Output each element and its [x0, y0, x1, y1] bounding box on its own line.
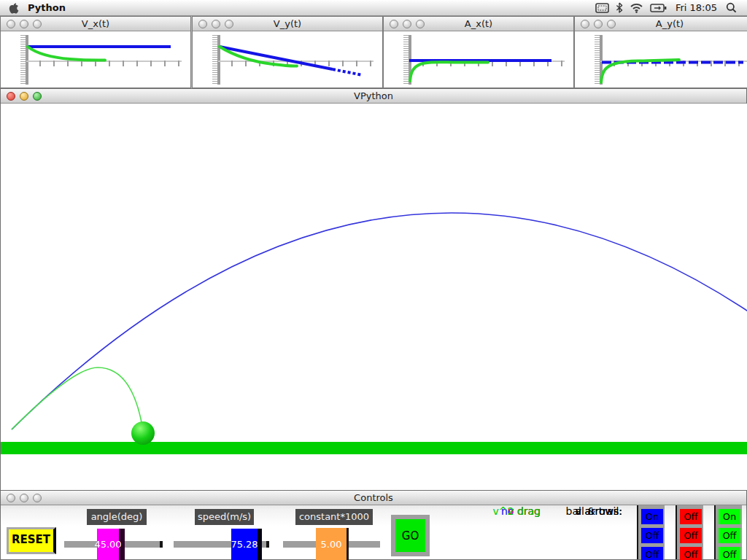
apple-menu[interactable] — [9, 2, 20, 14]
no-drag-a-arrows-toggle[interactable]: Off — [641, 547, 663, 560]
display-icon[interactable] — [595, 3, 609, 13]
v2-drag-a-arrows-toggle[interactable]: Off — [719, 547, 740, 560]
window-vx-titlebar[interactable]: V_x(t) — [1, 17, 190, 31]
wifi-icon[interactable] — [630, 3, 643, 13]
menu-bar: Python Fri 18:05 — [0, 0, 747, 16]
vy-plot-area[interactable] — [193, 31, 382, 88]
angle-track-end — [160, 541, 163, 548]
window-title: A_x(t) — [384, 18, 573, 29]
v2-drag-ball-trail-toggle[interactable]: On — [719, 509, 740, 524]
angle-slider-handle[interactable]: 45.00 — [97, 529, 125, 560]
window-title: A_y(t) — [575, 18, 747, 29]
ax-plot-area[interactable] — [384, 31, 573, 88]
window-vpython: VPython — [0, 88, 747, 490]
search-icon[interactable] — [726, 2, 737, 13]
angle-slider-label: angle(deg) — [87, 509, 147, 525]
ay-plot-area[interactable] — [575, 31, 747, 88]
menu-clock[interactable]: Fri 18:05 — [673, 2, 719, 13]
v2-drag-toggle-column: On Off Off — [714, 505, 742, 559]
drag-trajectory — [12, 368, 143, 430]
v-drag-a-arrows-toggle[interactable]: Off — [680, 547, 702, 560]
window-ax: A_x(t) — [383, 16, 574, 88]
window-title: V_x(t) — [1, 18, 190, 29]
vy-curves — [193, 31, 382, 88]
v-drag-v-arrows-toggle[interactable]: Off — [680, 528, 702, 543]
ax-drag-curve — [410, 62, 488, 81]
no-drag-ball-trail-toggle[interactable]: On — [641, 509, 663, 524]
constant-slider-label: constant*1000 — [295, 509, 373, 525]
window-title: VPython — [1, 90, 746, 101]
window-ax-titlebar[interactable]: A_x(t) — [384, 17, 573, 31]
v2-drag-v-arrows-toggle[interactable]: Off — [719, 528, 740, 543]
active-app-menu[interactable]: Python — [28, 2, 66, 13]
window-vy-titlebar[interactable]: V_y(t) — [193, 17, 382, 31]
vx-plot-area[interactable] — [1, 31, 190, 88]
vx-drag-curve — [28, 47, 105, 61]
speed-track-end — [266, 541, 269, 548]
no-drag-v-arrows-toggle[interactable]: Off — [641, 528, 663, 543]
speed-slider-label: speed(m/s) — [195, 509, 254, 525]
simulation-canvas[interactable] — [1, 104, 747, 491]
v-drag-ball-trail-toggle[interactable]: Off — [680, 509, 702, 524]
apple-icon — [9, 2, 20, 14]
window-title: Controls — [1, 492, 746, 503]
scene-drawing — [1, 104, 747, 491]
constant-slider-handle[interactable]: 5.00 — [316, 528, 349, 560]
projectile-ball — [131, 421, 155, 445]
no-drag-toggle-column: On Off Off — [637, 505, 665, 559]
window-title: V_y(t) — [193, 18, 382, 29]
reset-button[interactable]: RESET — [7, 527, 56, 554]
ax-curves — [384, 31, 573, 88]
window-vx: V_x(t) — [0, 16, 191, 88]
no-drag-trajectory — [12, 213, 747, 429]
window-controls: Controls RESET angle(deg) speed(m/s) con… — [0, 490, 747, 560]
window-vy: V_y(t) — [192, 16, 383, 88]
v-drag-toggle-column: Off Off Off — [676, 505, 703, 559]
vx-curves — [1, 31, 190, 88]
vy-no-drag-line-tail — [333, 69, 363, 75]
bluetooth-icon[interactable] — [616, 2, 623, 13]
vpython-titlebar[interactable]: VPython — [1, 89, 746, 104]
window-ay-titlebar[interactable]: A_y(t) — [575, 17, 747, 31]
speed-slider-handle[interactable]: 75.28 — [231, 529, 262, 560]
ay-curves — [575, 31, 747, 88]
ground — [1, 442, 747, 454]
battery-icon[interactable] — [650, 4, 667, 12]
window-ay: A_y(t) — [574, 16, 747, 88]
a-arrows-row-label: a arrows: — [520, 505, 622, 520]
controls-titlebar[interactable]: Controls — [1, 491, 746, 505]
go-button[interactable]: GO — [391, 515, 430, 556]
